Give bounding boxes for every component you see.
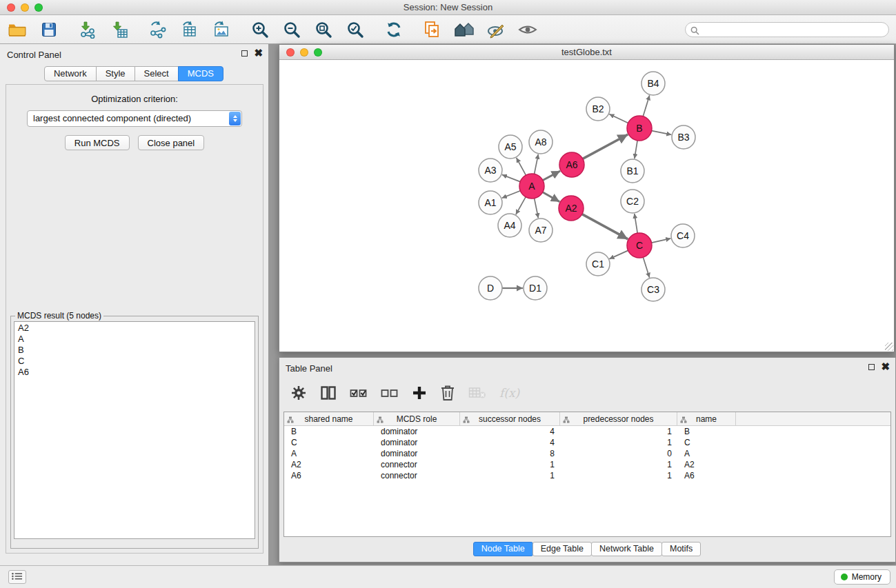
column-header-successor-nodes[interactable]: successor nodes: [460, 412, 560, 425]
search-input[interactable]: [685, 22, 889, 37]
graph-node-B4[interactable]: B4: [641, 72, 665, 95]
minimize-network-icon[interactable]: [300, 48, 308, 57]
float-panel-icon[interactable]: [241, 50, 248, 57]
table-row[interactable]: A2connector11A2: [284, 459, 890, 470]
graph-edge-C-C2[interactable]: [635, 214, 637, 233]
open-recent-icon[interactable]: [422, 19, 443, 40]
graph-node-A2[interactable]: A2: [559, 196, 584, 221]
result-item[interactable]: A6: [18, 367, 251, 378]
split-columns-icon[interactable]: [320, 385, 337, 401]
graph-edge-A-A7[interactable]: [535, 199, 539, 219]
show-graphics-icon[interactable]: [517, 19, 538, 40]
table-row[interactable]: A6connector11A6: [284, 470, 890, 481]
zoom-window-icon[interactable]: [34, 3, 43, 12]
tab-mcds[interactable]: MCDS: [178, 66, 223, 81]
select-all-icon[interactable]: [350, 386, 368, 400]
export-image-icon[interactable]: [211, 19, 232, 40]
close-panel-icon[interactable]: ✖: [254, 49, 263, 57]
graph-edge-A-A6[interactable]: [543, 171, 560, 181]
graph-edge-B-B1[interactable]: [635, 141, 637, 159]
column-header-predecessor-nodes[interactable]: predecessor nodes: [560, 412, 677, 425]
memory-button[interactable]: Memory: [834, 569, 890, 585]
close-window-icon[interactable]: [7, 3, 15, 12]
result-item[interactable]: B: [18, 345, 251, 356]
graph-node-C1[interactable]: C1: [586, 252, 610, 276]
graph-node-A7[interactable]: A7: [529, 219, 552, 242]
graph-node-B2[interactable]: B2: [586, 97, 610, 121]
deselect-all-icon[interactable]: [381, 386, 399, 400]
column-header-mcds-role[interactable]: MCDS role: [374, 412, 460, 425]
tab-network[interactable]: Network: [44, 66, 97, 81]
close-network-icon[interactable]: [286, 48, 295, 57]
minimize-window-icon[interactable]: [21, 3, 29, 12]
graph-node-B[interactable]: B: [627, 116, 652, 141]
tab-motifs[interactable]: Motifs: [661, 542, 701, 556]
mcds-result-list[interactable]: A2ABCA6: [14, 321, 255, 539]
refresh-layout-icon[interactable]: [384, 19, 404, 40]
graph-node-A5[interactable]: A5: [499, 135, 522, 159]
delete-row-icon[interactable]: [440, 385, 455, 401]
open-session-icon[interactable]: [7, 19, 28, 40]
network-canvas[interactable]: B4B2BB3A5A8A6A3B1AC2A1A2A4A7C4CC1C3DD1: [279, 60, 894, 351]
graph-node-C4[interactable]: C4: [671, 224, 695, 247]
gear-icon[interactable]: [290, 385, 307, 401]
graph-edge-A6-B[interactable]: [583, 134, 628, 159]
save-session-icon[interactable]: [39, 19, 59, 40]
graph-edge-A-A8[interactable]: [535, 154, 539, 174]
network-window-titlebar[interactable]: testGlobe.txt: [279, 45, 894, 60]
graph-node-A8[interactable]: A8: [529, 130, 552, 154]
graph-edge-A-A4[interactable]: [516, 197, 526, 215]
zoom-selected-icon[interactable]: [345, 19, 366, 40]
graph-node-A[interactable]: A: [519, 174, 544, 199]
graph-node-D1[interactable]: D1: [524, 276, 547, 300]
close-panel-button[interactable]: Close panel: [138, 135, 205, 150]
float-table-panel-icon[interactable]: [868, 364, 875, 370]
table-row[interactable]: Adominator80A: [284, 448, 890, 459]
zoom-in-icon[interactable]: [250, 19, 270, 40]
zoom-out-icon[interactable]: [281, 19, 302, 40]
tab-node-table[interactable]: Node Table: [473, 542, 533, 556]
zoom-network-icon[interactable]: [314, 48, 322, 57]
graph-edge-A-A3[interactable]: [502, 174, 520, 181]
run-mcds-button[interactable]: Run MCDS: [65, 135, 130, 150]
graph-node-A4[interactable]: A4: [498, 214, 521, 237]
column-header-name[interactable]: name: [677, 412, 736, 425]
graph-edge-B-B3[interactable]: [652, 131, 672, 135]
new-network-icon[interactable]: [148, 19, 168, 40]
graph-edge-B-B2[interactable]: [609, 114, 628, 123]
tab-style[interactable]: Style: [96, 66, 135, 81]
import-network-icon[interactable]: [77, 19, 98, 40]
graph-node-C3[interactable]: C3: [641, 278, 665, 301]
graph-edge-B-B4[interactable]: [643, 95, 649, 116]
table-row[interactable]: Bdominator41B: [284, 426, 890, 437]
graph-node-C2[interactable]: C2: [621, 190, 644, 213]
result-item[interactable]: A: [18, 334, 251, 345]
home-icon[interactable]: [454, 19, 475, 40]
task-history-button[interactable]: [8, 570, 26, 584]
graph-edge-C-C4[interactable]: [652, 239, 671, 243]
graph-node-B3[interactable]: B3: [672, 125, 695, 149]
new-table-icon[interactable]: [179, 19, 200, 40]
result-item[interactable]: C: [18, 356, 251, 367]
graph-node-D[interactable]: D: [479, 276, 502, 300]
style-edit-icon[interactable]: [486, 19, 506, 40]
network-graph[interactable]: B4B2BB3A5A8A6A3B1AC2A1A2A4A7C4CC1C3DD1: [279, 60, 894, 351]
graph-edge-C-C1[interactable]: [609, 250, 628, 258]
close-table-panel-icon[interactable]: ✖: [881, 363, 890, 371]
column-header-shared-name[interactable]: shared name: [284, 412, 374, 425]
graph-edge-A-A5[interactable]: [517, 158, 526, 175]
add-row-icon[interactable]: [412, 385, 427, 401]
graph-node-B1[interactable]: B1: [621, 159, 644, 183]
graph-node-A3[interactable]: A3: [479, 159, 502, 182]
graph-edge-C-C3[interactable]: [643, 257, 649, 278]
import-table-icon[interactable]: [109, 19, 130, 40]
graph-node-A1[interactable]: A1: [479, 191, 502, 214]
resize-grip[interactable]: [885, 343, 893, 351]
table-row[interactable]: Cdominator41C: [284, 437, 890, 448]
criterion-dropdown[interactable]: largest connected component (directed): [27, 110, 242, 127]
zoom-fit-icon[interactable]: [313, 19, 334, 40]
graph-edge-A-A2[interactable]: [543, 192, 560, 202]
graph-edge-A-A1[interactable]: [502, 191, 521, 199]
tab-network-table[interactable]: Network Table: [591, 542, 662, 556]
graph-node-C[interactable]: C: [627, 233, 652, 258]
